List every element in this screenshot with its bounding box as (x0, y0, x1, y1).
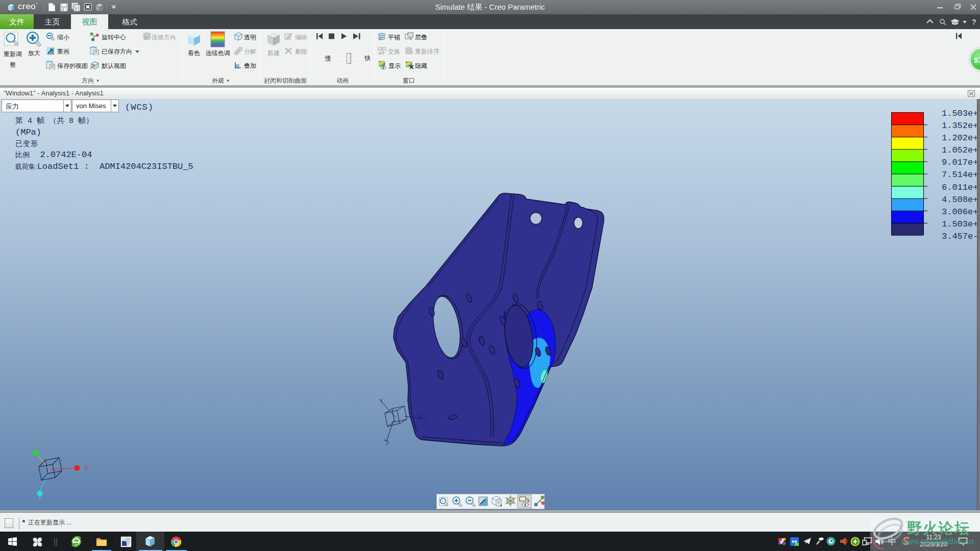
svg-text:?: ? (972, 18, 976, 26)
svg-text:Y: Y (34, 441, 37, 447)
svg-text:X: X (85, 465, 88, 471)
